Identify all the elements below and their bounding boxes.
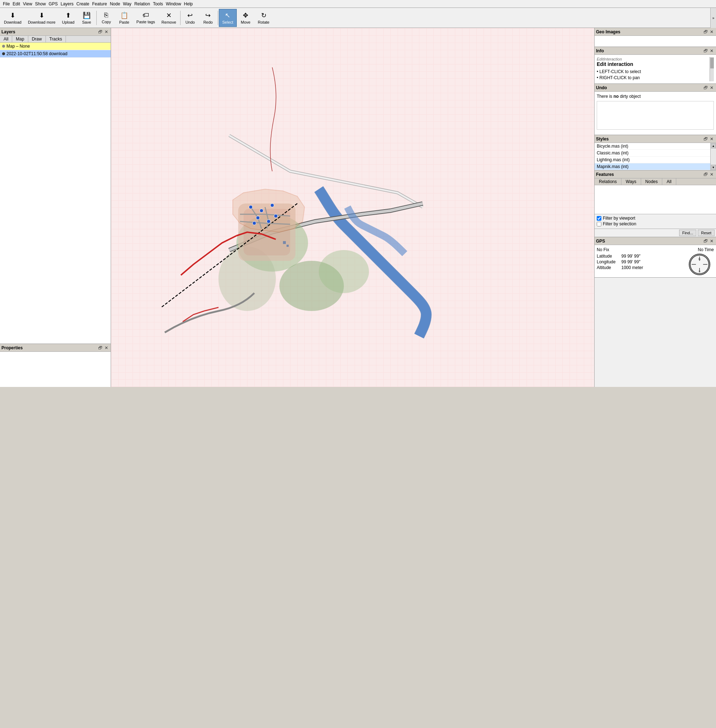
menu-node[interactable]: Node bbox=[109, 1, 122, 7]
style-item-mapnik[interactable]: Mapnik.mas (int) bbox=[595, 163, 710, 170]
select-button[interactable]: ↖ Select bbox=[219, 9, 237, 27]
properties-undock[interactable]: 🗗 bbox=[97, 345, 103, 350]
map-area[interactable] bbox=[111, 28, 594, 387]
menu-feature[interactable]: Feature bbox=[91, 1, 108, 7]
menu-edit[interactable]: Edit bbox=[11, 1, 21, 7]
features-filters: Filter by viewport Filter by selection bbox=[595, 214, 716, 229]
layer-item-download[interactable]: 2022-10-02T11:50:58 download bbox=[0, 50, 111, 58]
gps-undock[interactable]: 🗗 bbox=[702, 239, 709, 244]
info-undock[interactable]: 🗗 bbox=[702, 49, 709, 53]
layers-tab-all[interactable]: All bbox=[0, 36, 12, 42]
undo-panel-title: Undo bbox=[596, 85, 702, 90]
info-edit-label: EditInteraction bbox=[597, 57, 708, 61]
rotate-button[interactable]: ↻ Rotate bbox=[255, 9, 273, 27]
gps-status-left: No Fix bbox=[597, 247, 609, 252]
features-tab-nodes[interactable]: Nodes bbox=[641, 178, 663, 185]
style-item-lighting[interactable]: Lighting.mas (int) bbox=[595, 157, 710, 163]
menu-way[interactable]: Way bbox=[121, 1, 133, 7]
toolbar-expand-button[interactable]: » bbox=[710, 8, 716, 28]
style-item-classic[interactable]: Classic.mas (int) bbox=[595, 150, 710, 157]
filter-viewport-checkbox[interactable] bbox=[597, 216, 601, 221]
styles-close[interactable]: ✕ bbox=[709, 137, 714, 141]
reset-button[interactable]: Reset bbox=[698, 229, 714, 236]
properties-panel-title: Properties bbox=[2, 345, 97, 350]
info-close[interactable]: ✕ bbox=[709, 49, 714, 53]
info-content: EditInteraction Edit interaction • LEFT-… bbox=[595, 55, 716, 84]
save-button[interactable]: 💾 Save bbox=[78, 9, 96, 27]
features-undock[interactable]: 🗗 bbox=[702, 172, 709, 177]
undo-undock[interactable]: 🗗 bbox=[702, 85, 709, 90]
redo-button[interactable]: ↪ Redo bbox=[199, 9, 217, 27]
toolbar-separator-3 bbox=[218, 11, 218, 25]
svg-point-8 bbox=[249, 205, 252, 209]
styles-panel-header: Styles 🗗 ✕ bbox=[595, 135, 716, 143]
menu-help[interactable]: Help bbox=[183, 1, 194, 7]
features-tab-ways[interactable]: Ways bbox=[622, 178, 641, 185]
menu-window[interactable]: Window bbox=[164, 1, 183, 7]
find-button[interactable]: Find... bbox=[679, 229, 697, 236]
move-button[interactable]: ✥ Move bbox=[237, 9, 255, 27]
copy-button[interactable]: ⎘ Copy bbox=[97, 9, 115, 27]
features-close[interactable]: ✕ bbox=[709, 172, 714, 177]
upload-button[interactable]: ⬆ Upload bbox=[59, 9, 78, 27]
download-more-button[interactable]: ⬇ Download more bbox=[25, 9, 59, 27]
scroll-up-btn[interactable]: ▲ bbox=[711, 143, 716, 148]
undo-panel-header: Undo 🗗 ✕ bbox=[595, 84, 716, 92]
features-section: Features 🗗 ✕ Relations Ways Nodes All Fi… bbox=[595, 170, 716, 237]
style-item-bicycle[interactable]: Bicycle.mas (int) bbox=[595, 143, 710, 150]
download-button[interactable]: ⬇ Download bbox=[1, 9, 25, 27]
layers-tab-map[interactable]: Map bbox=[12, 36, 28, 42]
geo-images-title: Geo Images bbox=[596, 29, 702, 34]
svg-point-12 bbox=[267, 220, 270, 223]
geo-images-undock[interactable]: 🗗 bbox=[702, 29, 709, 34]
layers-tab-tracks[interactable]: Tracks bbox=[46, 36, 66, 42]
layers-tabs: All Map Draw Tracks bbox=[0, 36, 111, 43]
menu-tools[interactable]: Tools bbox=[152, 1, 164, 7]
undo-area bbox=[597, 101, 714, 130]
undo-icon: ↩ bbox=[187, 11, 193, 19]
info-panel-title: Info bbox=[596, 49, 702, 53]
layers-panel-title: Layers bbox=[2, 29, 97, 34]
layers-panel-undock[interactable]: 🗗 bbox=[97, 29, 103, 34]
svg-point-13 bbox=[274, 214, 278, 218]
layer-label-download: 2022-10-02T11:50:58 download bbox=[6, 51, 67, 56]
menu-gps[interactable]: GPS bbox=[47, 1, 59, 7]
select-icon: ↖ bbox=[225, 11, 230, 19]
paste-icon: 📋 bbox=[120, 11, 128, 19]
menu-file[interactable]: File bbox=[2, 1, 11, 7]
properties-close[interactable]: ✕ bbox=[103, 345, 109, 350]
svg-point-11 bbox=[256, 216, 260, 220]
gps-close[interactable]: ✕ bbox=[709, 239, 714, 244]
styles-scrollbar[interactable]: ▲ ▼ bbox=[710, 143, 716, 170]
layers-tab-draw[interactable]: Draw bbox=[28, 36, 46, 42]
gps-section: GPS 🗗 ✕ No Fix No Time Latitude 99 99' 9… bbox=[595, 237, 716, 278]
menu-relation[interactable]: Relation bbox=[133, 1, 152, 7]
scroll-down-btn[interactable]: ▼ bbox=[711, 165, 716, 170]
geo-images-close[interactable]: ✕ bbox=[709, 29, 714, 34]
menu-create[interactable]: Create bbox=[75, 1, 91, 7]
features-tab-relations[interactable]: Relations bbox=[595, 178, 622, 185]
features-tab-all[interactable]: All bbox=[662, 178, 676, 185]
remove-button[interactable]: ✕ Remove bbox=[158, 9, 179, 27]
undo-content: There is no dirty object bbox=[595, 92, 716, 135]
filter-selection-checkbox[interactable] bbox=[597, 222, 601, 226]
features-list bbox=[595, 185, 716, 214]
menu-view[interactable]: View bbox=[21, 1, 34, 7]
info-item-1: • LEFT-CLICK to select bbox=[597, 69, 708, 74]
menu-layers[interactable]: Layers bbox=[59, 1, 75, 7]
gps-longitude-label: Longitude bbox=[597, 259, 616, 264]
paste-button[interactable]: 📋 Paste bbox=[115, 9, 133, 27]
layers-panel-close[interactable]: ✕ bbox=[103, 29, 109, 34]
filter-viewport-row: Filter by viewport bbox=[597, 216, 714, 221]
undo-close[interactable]: ✕ bbox=[709, 85, 714, 90]
upload-icon: ⬆ bbox=[65, 11, 71, 19]
layer-item-map-none[interactable]: Map – None bbox=[0, 43, 111, 50]
styles-undock[interactable]: 🗗 bbox=[702, 137, 709, 141]
info-scroll-thumb[interactable] bbox=[710, 58, 714, 68]
undo-text: There is no dirty object bbox=[597, 94, 714, 99]
info-scrollbar[interactable] bbox=[710, 57, 714, 81]
svg-rect-15 bbox=[283, 241, 286, 244]
undo-button[interactable]: ↩ Undo bbox=[181, 9, 199, 27]
paste-tags-button[interactable]: 🏷 Paste tags bbox=[133, 9, 158, 27]
menu-show[interactable]: Show bbox=[34, 1, 47, 7]
